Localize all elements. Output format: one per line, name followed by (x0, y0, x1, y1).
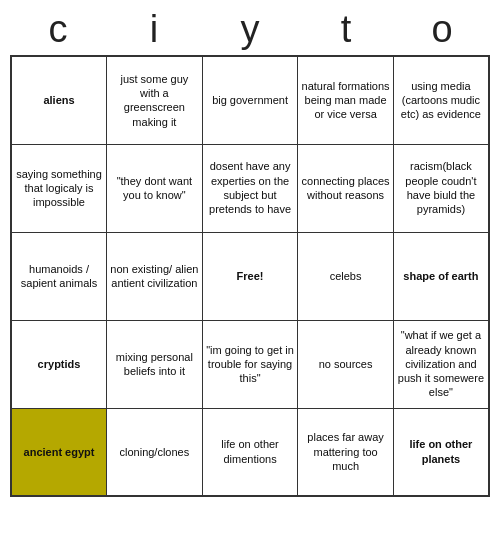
cell-r0-c1: just some guy with a greenscreen making … (107, 56, 203, 144)
cell-r4-c3: places far away mattering too much (298, 408, 394, 496)
title-letter-i: i (114, 8, 194, 51)
title-letter-y: y (210, 8, 290, 51)
cell-r1-c4: racism(black people coudn't have biuld t… (393, 144, 489, 232)
bingo-title: c i y t o (10, 0, 490, 55)
cell-r4-c2: life on other dimentions (202, 408, 298, 496)
cell-r2-c2: Free! (202, 232, 298, 320)
cell-r3-c1: mixing personal beliefs into it (107, 320, 203, 408)
cell-r0-c4: using media (cartoons mudic etc) as evid… (393, 56, 489, 144)
title-letter-o: o (402, 8, 482, 51)
bingo-table: aliensjust some guy with a greenscreen m… (10, 55, 490, 497)
cell-r4-c0: ancient egypt (11, 408, 107, 496)
cell-r2-c4: shape of earth (393, 232, 489, 320)
cell-r3-c4: "what if we get a already known civiliza… (393, 320, 489, 408)
cell-r3-c0: cryptids (11, 320, 107, 408)
cell-r1-c3: connecting places without reasons (298, 144, 394, 232)
cell-r1-c0: saying something that logicaly is imposs… (11, 144, 107, 232)
title-letter-t: t (306, 8, 386, 51)
cell-r4-c1: cloning/clones (107, 408, 203, 496)
cell-r3-c2: "im going to get in trouble for saying t… (202, 320, 298, 408)
cell-r1-c2: dosent have any experties on the subject… (202, 144, 298, 232)
cell-r0-c0: aliens (11, 56, 107, 144)
cell-r0-c3: natural formations being man made or vic… (298, 56, 394, 144)
title-letter-c: c (18, 8, 98, 51)
cell-r2-c0: humanoids / sapient animals (11, 232, 107, 320)
cell-r2-c1: non existing/ alien antient civilization (107, 232, 203, 320)
cell-r1-c1: "they dont want you to know" (107, 144, 203, 232)
cell-r4-c4: life on other planets (393, 408, 489, 496)
cell-r3-c3: no sources (298, 320, 394, 408)
cell-r0-c2: big government (202, 56, 298, 144)
cell-r2-c3: celebs (298, 232, 394, 320)
